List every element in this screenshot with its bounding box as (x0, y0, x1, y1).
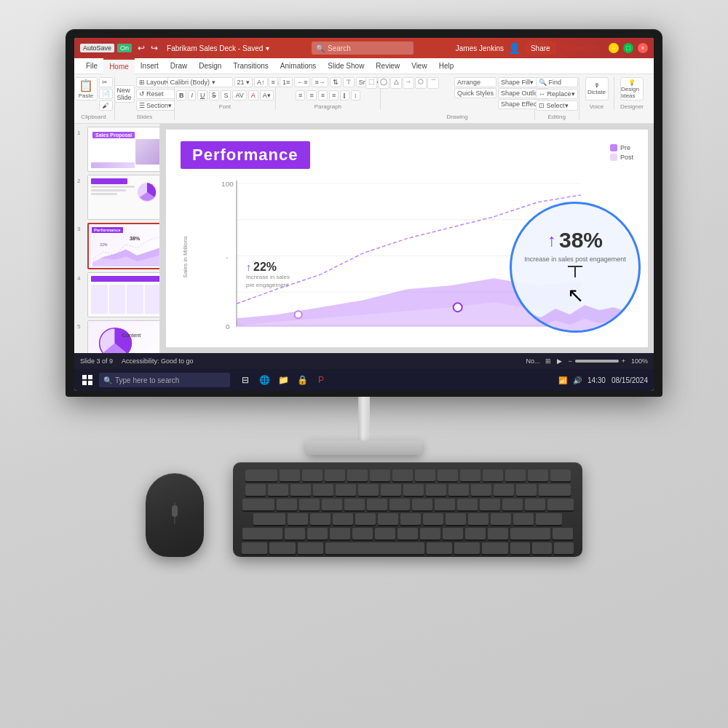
key-fn[interactable] (454, 542, 480, 554)
key-e[interactable] (322, 499, 342, 510)
zoom-plus-icon[interactable]: + (622, 357, 625, 365)
key-lalt[interactable] (298, 542, 323, 554)
taskview-button[interactable]: ⊟ (237, 372, 253, 388)
tab-design[interactable]: Design (193, 58, 227, 74)
section-button[interactable]: ☰ Section▾ (136, 100, 175, 111)
font-family-selector[interactable]: Calibri (Body) ▾ (167, 77, 233, 87)
key-v[interactable] (352, 528, 373, 539)
slide-thumb-5[interactable]: Content (87, 320, 160, 353)
maximize-button[interactable]: □ (623, 43, 633, 53)
key-8[interactable] (426, 484, 446, 496)
paste-button[interactable]: 📋 Paste (74, 77, 98, 100)
key-n[interactable] (397, 528, 418, 539)
key-x[interactable] (307, 528, 328, 539)
key-rctrl[interactable] (482, 542, 507, 554)
key-l[interactable] (468, 513, 488, 525)
key-f10[interactable] (483, 470, 503, 481)
key-f11[interactable] (505, 470, 526, 481)
key-0[interactable] (471, 484, 491, 496)
key-f[interactable] (355, 513, 376, 525)
tab-insert[interactable]: Insert (135, 58, 165, 74)
key-7[interactable] (403, 484, 424, 496)
key-t[interactable] (367, 499, 387, 510)
key-m[interactable] (420, 528, 440, 539)
shape-1[interactable]: ⬚ (365, 77, 377, 89)
align-justify-button[interactable]: ≡ (329, 90, 339, 100)
key-enter[interactable] (536, 513, 562, 525)
redo-icon[interactable]: ↪ (151, 43, 158, 53)
indent-dec-button[interactable]: ←≡ (294, 77, 310, 87)
key-s[interactable] (310, 513, 331, 525)
key-del[interactable] (550, 470, 571, 481)
key-h[interactable] (400, 513, 421, 525)
autosave-status[interactable]: On (117, 44, 132, 52)
lock-icon[interactable]: 🔒 (294, 372, 310, 388)
format-painter-button[interactable]: 🖌 (99, 100, 113, 111)
key-f7[interactable] (415, 470, 435, 481)
tab-transitions[interactable]: Transitions (227, 58, 274, 74)
key-lshift[interactable] (242, 528, 282, 539)
share-button[interactable]: Share (525, 41, 556, 55)
key-f12[interactable] (528, 470, 548, 481)
key-i[interactable] (435, 499, 455, 510)
key-rshift[interactable] (510, 528, 550, 539)
key-o[interactable] (457, 499, 478, 510)
explorer-icon[interactable]: 📁 (275, 372, 291, 388)
slide-thumb-2[interactable] (87, 175, 160, 220)
key-f5[interactable] (370, 470, 390, 481)
design-ideas-button[interactable]: 💡 Design Ideas (620, 77, 644, 100)
zoom-control[interactable]: − + (568, 357, 625, 365)
font-size-selector[interactable]: 21 ▾ (234, 77, 253, 87)
key-k[interactable] (446, 513, 466, 525)
key-space[interactable] (325, 542, 424, 554)
underline-button[interactable]: U (197, 90, 208, 100)
key-6[interactable] (381, 484, 401, 496)
key-f1[interactable] (280, 470, 300, 481)
key-b[interactable] (375, 528, 395, 539)
key-quote[interactable] (513, 513, 534, 525)
reset-button[interactable]: ↺ Reset (136, 89, 175, 99)
key-w[interactable] (299, 499, 320, 510)
key-q[interactable] (277, 499, 297, 510)
key-c[interactable] (330, 528, 350, 539)
key-equals[interactable] (516, 484, 537, 496)
key-z[interactable] (285, 528, 305, 539)
key-capslock[interactable] (253, 513, 285, 525)
shape-2[interactable]: ◯ (378, 77, 389, 89)
tab-help[interactable]: Help (433, 58, 460, 74)
tab-home[interactable]: Home (103, 58, 135, 74)
key-slash[interactable] (488, 528, 508, 539)
key-comma[interactable] (443, 528, 463, 539)
bullets-button[interactable]: ≡ (269, 77, 278, 87)
replace-button[interactable]: ↔ Replace▾ (536, 89, 578, 99)
new-slide-button[interactable]: NewSlide (114, 85, 135, 103)
shadow-button[interactable]: S (221, 90, 231, 100)
key-lbracket[interactable] (502, 499, 523, 510)
key-lwin[interactable] (269, 542, 295, 554)
find-button[interactable]: 🔍 Find (536, 77, 578, 87)
dictate-button[interactable]: 🎙 Dictate (585, 77, 609, 100)
align-right-button[interactable]: ≡ (318, 90, 328, 100)
minimize-button[interactable]: − (609, 43, 619, 53)
tab-draw[interactable]: Draw (165, 58, 193, 74)
line-spacing-button[interactable]: ↕ (351, 90, 360, 100)
key-left[interactable] (510, 542, 530, 554)
zoom-minus-icon[interactable]: − (568, 357, 571, 365)
search-box[interactable]: 🔍 Search (312, 41, 414, 55)
align-left-button[interactable]: ≡ (296, 90, 305, 100)
key-d[interactable] (333, 513, 353, 525)
key-down[interactable] (532, 542, 552, 554)
tab-view[interactable]: View (405, 58, 433, 74)
key-up[interactable] (553, 528, 573, 539)
text-direction-button[interactable]: ⇅ (330, 77, 341, 87)
notes-label[interactable]: No... (526, 357, 539, 365)
key-ralt[interactable] (427, 542, 452, 554)
slide-thumb-3[interactable]: Performance 38% 22% (87, 223, 160, 269)
taskbar-search[interactable]: 🔍 Type here to search (99, 373, 230, 387)
indent-inc-button[interactable]: ≡→ (312, 77, 328, 87)
char-spacing-button[interactable]: AV (232, 90, 246, 100)
key-tab[interactable] (242, 499, 274, 510)
key-f9[interactable] (460, 470, 480, 481)
key-3[interactable] (313, 484, 333, 496)
key-backslash[interactable] (547, 499, 574, 510)
